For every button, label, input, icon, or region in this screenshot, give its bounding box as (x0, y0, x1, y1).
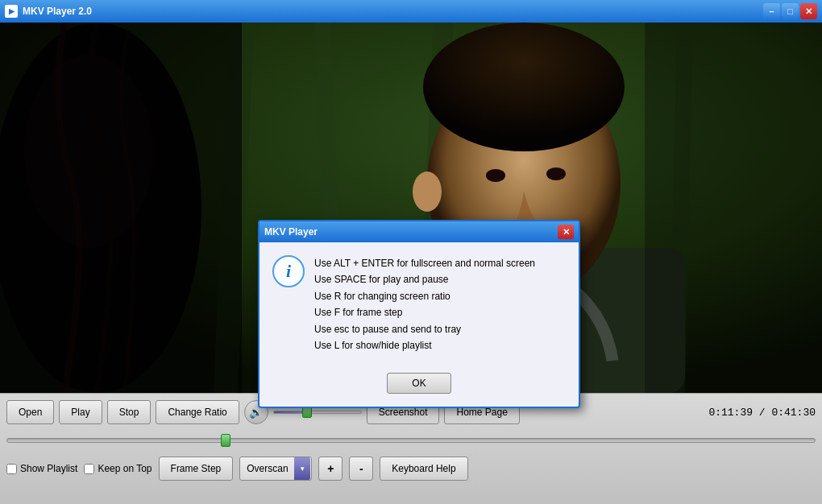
dialog-line-1: Use ALT + ENTER for fullscreen and norma… (314, 255, 535, 271)
dialog-line-2: Use SPACE for play and pause (314, 271, 535, 287)
title-bar-buttons: – □ ✕ (763, 3, 817, 19)
ok-button[interactable]: OK (387, 373, 451, 394)
app-icon: ▶ (5, 5, 18, 18)
maximize-button[interactable]: □ (782, 3, 799, 19)
dialog-title-bar: MKV Player ✕ (259, 221, 579, 242)
main-content: Open Play Stop Change Ratio 🔊 Screenshot… (0, 23, 822, 504)
dialog-overlay: MKV Player ✕ i Use ALT + ENTER for fulls… (0, 23, 822, 504)
title-bar: ▶ MKV Player 2.0 – □ ✕ (0, 0, 822, 23)
dialog-info-icon: i (272, 255, 305, 287)
minimize-button[interactable]: – (763, 3, 780, 19)
dialog: MKV Player ✕ i Use ALT + ENTER for fulls… (258, 220, 580, 408)
window-close-button[interactable]: ✕ (800, 3, 817, 19)
window-title: MKV Player 2.0 (23, 6, 763, 17)
dialog-text: Use ALT + ENTER for fullscreen and norma… (314, 255, 535, 353)
dialog-close-button[interactable]: ✕ (558, 225, 574, 239)
dialog-footer: OK (259, 366, 579, 407)
dialog-line-3: Use R for changing screen ratio (314, 288, 535, 304)
dialog-title: MKV Player (264, 226, 558, 238)
dialog-line-4: Use F for frame step (314, 304, 535, 320)
dialog-line-5: Use esc to pause and send to tray (314, 321, 535, 337)
dialog-body: i Use ALT + ENTER for fullscreen and nor… (259, 242, 579, 366)
dialog-line-6: Use L for show/hide playlist (314, 337, 535, 353)
